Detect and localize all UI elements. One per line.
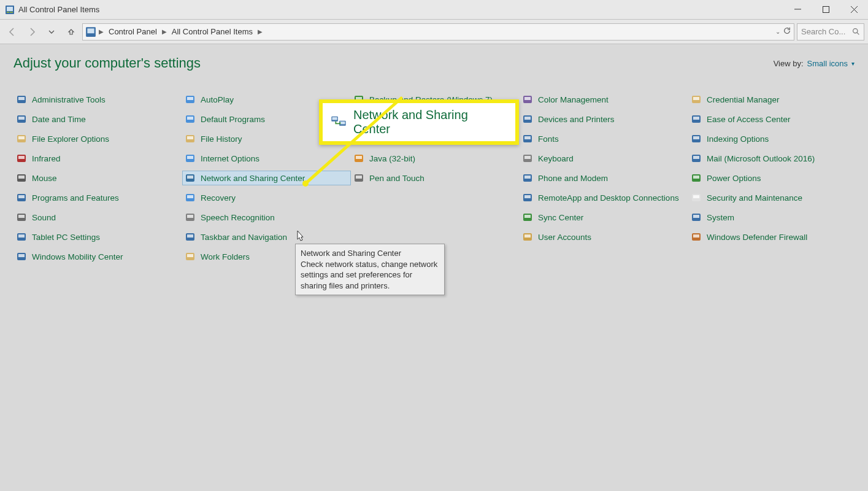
view-by-control[interactable]: View by: Small icons ▾	[774, 59, 855, 68]
date-and-time-icon	[16, 114, 27, 125]
taskbar-and-navigation-icon	[185, 231, 196, 242]
cp-item-programs-and-features[interactable]: Programs and Features	[13, 190, 182, 205]
phone-and-modem-icon	[522, 172, 533, 184]
chevron-right-icon[interactable]: ▶	[99, 28, 104, 35]
cp-item-security-and-maintenance[interactable]: Security and Maintenance	[688, 190, 857, 205]
minimize-button[interactable]	[783, 0, 812, 20]
chevron-right-icon[interactable]: ▶	[162, 28, 167, 35]
forward-button[interactable]	[23, 23, 40, 41]
address-history-button[interactable]: ⌄	[775, 28, 780, 35]
cp-item-recovery[interactable]: Recovery	[182, 190, 351, 205]
infrared-icon	[16, 153, 27, 164]
security-and-maintenance-icon	[691, 192, 702, 203]
cp-item-windows-defender-firewall[interactable]: Windows Defender Firewall	[688, 230, 857, 244]
cp-item-label: Power Options	[707, 174, 761, 183]
cp-item-label: Keyboard	[538, 154, 574, 163]
breadcrumb-item[interactable]: Control Panel	[106, 26, 159, 37]
cp-item-taskbar-and-navigation[interactable]: Taskbar and Navigation	[182, 230, 351, 244]
address-bar[interactable]: ▶ Control Panel ▶ All Control Panel Item…	[82, 23, 794, 41]
svg-rect-9	[18, 97, 25, 100]
svg-rect-15	[524, 97, 531, 100]
svg-rect-61	[187, 195, 193, 198]
svg-rect-57	[693, 176, 699, 179]
callout-highlighted: Network and Sharing Center	[319, 99, 519, 145]
chevron-right-icon[interactable]: ▶	[258, 28, 263, 35]
cp-item-phone-and-modem[interactable]: Phone and Modem	[520, 171, 688, 185]
svg-rect-53	[356, 176, 362, 179]
svg-rect-1	[7, 7, 13, 11]
cp-item-label: System	[707, 213, 734, 222]
address-icon	[85, 26, 96, 37]
svg-rect-21	[187, 117, 193, 120]
view-by-value: Small icons	[807, 59, 848, 68]
svg-rect-3	[10, 12, 13, 13]
svg-rect-11	[187, 97, 193, 100]
tablet-pc-settings-icon	[16, 231, 27, 242]
cp-item-keyboard[interactable]: Keyboard	[520, 151, 688, 166]
cp-item-internet-options[interactable]: Internet Options	[182, 151, 351, 166]
speech-recognition-icon	[185, 212, 196, 223]
cp-item-sync-center[interactable]: Sync Center	[520, 210, 688, 225]
cp-item-devices-and-printers[interactable]: Devices and Printers	[520, 112, 688, 126]
programs-and-features-icon	[16, 192, 27, 203]
tooltip: Network and Sharing Center Check network…	[295, 244, 445, 295]
cp-item-credential-manager[interactable]: Credential Manager	[688, 92, 857, 107]
svg-rect-81	[693, 234, 699, 238]
svg-rect-6	[87, 28, 94, 33]
cp-item-system[interactable]: System	[688, 210, 857, 225]
cp-item-remoteapp-and-desktop-connections[interactable]: RemoteApp and Desktop Connections	[520, 190, 688, 205]
svg-rect-19	[18, 117, 25, 120]
cp-item-administrative-tools[interactable]: Administrative Tools	[13, 92, 182, 107]
svg-rect-29	[18, 136, 25, 139]
cp-item-windows-mobility-center[interactable]: Windows Mobility Center	[13, 249, 182, 264]
devices-and-printers-icon	[522, 114, 533, 125]
cp-item-date-and-time[interactable]: Date and Time	[13, 112, 182, 126]
cp-item-speech-recognition[interactable]: Speech Recognition	[182, 210, 351, 225]
cp-item-file-explorer-options[interactable]: File Explorer Options	[13, 131, 182, 146]
close-button[interactable]	[840, 0, 868, 20]
maximize-button[interactable]	[812, 0, 840, 20]
cp-item-indexing-options[interactable]: Indexing Options	[688, 131, 857, 146]
titlebar: All Control Panel Items	[0, 0, 868, 20]
cp-item-sound[interactable]: Sound	[13, 210, 182, 225]
breadcrumb-label: Control Panel	[109, 27, 157, 36]
cp-item-power-options[interactable]: Power Options	[688, 171, 857, 185]
recent-locations-button[interactable]	[43, 23, 60, 41]
refresh-button[interactable]	[783, 26, 791, 37]
cp-item-label: Mail (Microsoft Outlook 2016)	[707, 154, 815, 163]
cp-item-label: Mouse	[32, 174, 57, 183]
cp-item-label: Network and Sharing Center	[201, 174, 305, 183]
back-button[interactable]	[4, 23, 21, 41]
up-button[interactable]	[63, 23, 80, 41]
credential-manager-icon	[691, 94, 702, 105]
cp-item-tablet-pc-settings[interactable]: Tablet PC Settings	[13, 230, 182, 244]
windows-defender-firewall-icon	[691, 231, 702, 242]
cp-item-java-32-bit[interactable]: Java (32-bit)	[351, 151, 520, 166]
cp-item-label: Programs and Features	[32, 193, 119, 203]
svg-rect-47	[693, 156, 699, 159]
svg-rect-65	[693, 195, 699, 198]
cp-item-pen-and-touch[interactable]: Pen and Touch	[351, 171, 520, 185]
cp-item-fonts[interactable]: Fonts	[520, 131, 688, 146]
cp-item-user-accounts[interactable]: User Accounts	[520, 230, 688, 244]
svg-rect-41	[187, 156, 193, 159]
cp-item-infrared[interactable]: Infrared	[13, 151, 182, 166]
default-programs-icon	[185, 114, 196, 125]
search-input[interactable]: Search Co...	[797, 23, 864, 41]
svg-rect-63	[524, 195, 531, 198]
cp-item-mail-microsoft-outlook-2016[interactable]: Mail (Microsoft Outlook 2016)	[688, 151, 857, 166]
tooltip-body: Check network status, change network set…	[301, 260, 437, 290]
cp-item-mouse[interactable]: Mouse	[13, 171, 182, 185]
breadcrumb-item[interactable]: All Control Panel Items	[169, 26, 255, 37]
svg-rect-73	[693, 215, 699, 218]
cp-item-ease-of-access-center[interactable]: Ease of Access Center	[688, 112, 857, 126]
cp-item-label: File Explorer Options	[32, 134, 109, 144]
power-options-icon	[691, 172, 702, 184]
file-explorer-options-icon	[16, 133, 27, 144]
cp-item-label: Java (32-bit)	[369, 154, 415, 163]
cp-item-network-and-sharing-center[interactable]: Network and Sharing Center	[182, 171, 351, 185]
svg-rect-35	[524, 136, 531, 139]
administrative-tools-icon	[16, 94, 27, 105]
cp-item-color-management[interactable]: Color Management	[520, 92, 688, 107]
svg-rect-27	[693, 117, 699, 120]
